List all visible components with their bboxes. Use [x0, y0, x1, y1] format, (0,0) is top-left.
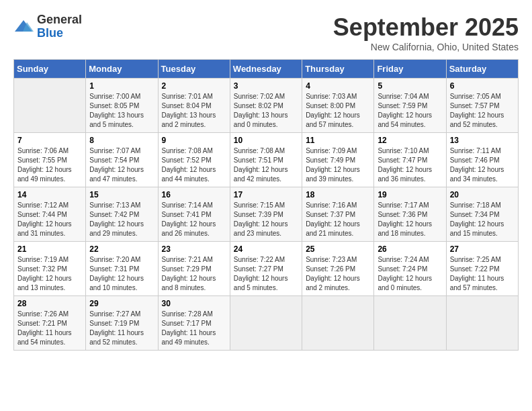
- day-number: 18: [306, 190, 370, 199]
- day-info: Sunrise: 7:02 AMSunset: 8:02 PMDaylight:…: [234, 92, 298, 130]
- day-info: Sunrise: 7:17 AMSunset: 7:36 PMDaylight:…: [378, 201, 442, 238]
- calendar-cell: 24Sunrise: 7:22 AMSunset: 7:27 PMDayligh…: [230, 242, 302, 296]
- calendar-cell: 15Sunrise: 7:13 AMSunset: 7:42 PMDayligh…: [86, 187, 158, 242]
- day-number: 2: [162, 81, 226, 91]
- calendar-cell: 11Sunrise: 7:09 AMSunset: 7:49 PMDayligh…: [302, 133, 374, 187]
- day-info: Sunrise: 7:24 AMSunset: 7:24 PMDaylight:…: [378, 255, 442, 293]
- logo-icon: [13, 17, 34, 37]
- calendar-cell: 21Sunrise: 7:19 AMSunset: 7:32 PMDayligh…: [14, 242, 86, 296]
- day-info: Sunrise: 7:27 AMSunset: 7:19 PMDaylight:…: [89, 310, 154, 347]
- day-number: 17: [234, 190, 298, 199]
- day-number: 11: [306, 136, 370, 145]
- day-number: 23: [162, 244, 226, 254]
- calendar-cell: 13Sunrise: 7:11 AMSunset: 7:46 PMDayligh…: [446, 133, 518, 187]
- calendar-row: 14Sunrise: 7:12 AMSunset: 7:44 PMDayligh…: [14, 187, 519, 242]
- calendar-cell: 20Sunrise: 7:18 AMSunset: 7:34 PMDayligh…: [446, 187, 518, 242]
- day-info: Sunrise: 7:16 AMSunset: 7:37 PMDaylight:…: [306, 201, 370, 238]
- day-number: 4: [306, 81, 370, 91]
- header-day: Monday: [86, 60, 158, 79]
- calendar-cell: 10Sunrise: 7:08 AMSunset: 7:51 PMDayligh…: [230, 133, 302, 187]
- day-number: 10: [234, 136, 298, 145]
- calendar-cell: [230, 296, 302, 351]
- day-info: Sunrise: 7:05 AMSunset: 7:57 PMDaylight:…: [450, 92, 515, 130]
- calendar-cell: 27Sunrise: 7:25 AMSunset: 7:22 PMDayligh…: [446, 242, 518, 296]
- day-info: Sunrise: 7:23 AMSunset: 7:26 PMDaylight:…: [306, 255, 370, 293]
- logo-blue: Blue: [37, 27, 82, 40]
- page-header: General Blue September 2025 New Californ…: [13, 13, 519, 52]
- calendar-cell: [374, 296, 446, 351]
- logo: General Blue: [13, 13, 82, 40]
- day-number: 13: [450, 136, 515, 145]
- day-info: Sunrise: 7:28 AMSunset: 7:17 PMDaylight:…: [162, 310, 226, 347]
- calendar-row: 21Sunrise: 7:19 AMSunset: 7:32 PMDayligh…: [14, 242, 519, 296]
- day-info: Sunrise: 7:15 AMSunset: 7:39 PMDaylight:…: [234, 201, 298, 238]
- day-number: 9: [162, 136, 226, 145]
- day-number: 29: [89, 299, 154, 308]
- calendar-row: 7Sunrise: 7:06 AMSunset: 7:55 PMDaylight…: [14, 133, 519, 187]
- calendar-cell: 7Sunrise: 7:06 AMSunset: 7:55 PMDaylight…: [14, 133, 86, 187]
- calendar-cell: 5Sunrise: 7:04 AMSunset: 7:59 PMDaylight…: [374, 79, 446, 133]
- day-info: Sunrise: 7:11 AMSunset: 7:46 PMDaylight:…: [450, 146, 515, 184]
- day-number: 15: [89, 190, 154, 199]
- calendar-cell: 23Sunrise: 7:21 AMSunset: 7:29 PMDayligh…: [158, 242, 230, 296]
- title-block: September 2025 New California, Ohio, Uni…: [333, 13, 519, 52]
- header-day: Saturday: [446, 60, 518, 79]
- calendar-header: SundayMondayTuesdayWednesdayThursdayFrid…: [14, 60, 519, 79]
- day-info: Sunrise: 7:14 AMSunset: 7:41 PMDaylight:…: [162, 201, 226, 238]
- day-number: 5: [378, 81, 442, 91]
- header-day: Wednesday: [230, 60, 302, 79]
- calendar-row: 1Sunrise: 7:00 AMSunset: 8:05 PMDaylight…: [14, 79, 519, 133]
- header-day: Friday: [374, 60, 446, 79]
- day-info: Sunrise: 7:03 AMSunset: 8:00 PMDaylight:…: [306, 92, 370, 130]
- day-info: Sunrise: 7:22 AMSunset: 7:27 PMDaylight:…: [234, 255, 298, 293]
- day-number: 27: [450, 244, 515, 254]
- header-day: Thursday: [302, 60, 374, 79]
- day-number: 6: [450, 81, 515, 91]
- day-number: 16: [162, 190, 226, 199]
- day-info: Sunrise: 7:19 AMSunset: 7:32 PMDaylight:…: [17, 255, 82, 293]
- calendar-cell: 29Sunrise: 7:27 AMSunset: 7:19 PMDayligh…: [86, 296, 158, 351]
- calendar-cell: 19Sunrise: 7:17 AMSunset: 7:36 PMDayligh…: [374, 187, 446, 242]
- day-number: 28: [17, 299, 82, 308]
- calendar-cell: 22Sunrise: 7:20 AMSunset: 7:31 PMDayligh…: [86, 242, 158, 296]
- calendar-body: 1Sunrise: 7:00 AMSunset: 8:05 PMDaylight…: [14, 79, 519, 351]
- day-number: 22: [89, 244, 154, 254]
- calendar-cell: 25Sunrise: 7:23 AMSunset: 7:26 PMDayligh…: [302, 242, 374, 296]
- calendar-cell: 4Sunrise: 7:03 AMSunset: 8:00 PMDaylight…: [302, 79, 374, 133]
- day-info: Sunrise: 7:20 AMSunset: 7:31 PMDaylight:…: [89, 255, 154, 293]
- day-info: Sunrise: 7:10 AMSunset: 7:47 PMDaylight:…: [378, 146, 442, 184]
- day-info: Sunrise: 7:09 AMSunset: 7:49 PMDaylight:…: [306, 146, 370, 184]
- month-title: September 2025: [333, 13, 519, 42]
- day-number: 26: [378, 244, 442, 254]
- day-info: Sunrise: 7:21 AMSunset: 7:29 PMDaylight:…: [162, 255, 226, 293]
- day-info: Sunrise: 7:06 AMSunset: 7:55 PMDaylight:…: [17, 146, 82, 184]
- calendar-cell: [446, 296, 518, 351]
- day-info: Sunrise: 7:04 AMSunset: 7:59 PMDaylight:…: [378, 92, 442, 130]
- calendar-cell: 12Sunrise: 7:10 AMSunset: 7:47 PMDayligh…: [374, 133, 446, 187]
- logo-text: General Blue: [37, 13, 82, 40]
- calendar-cell: [302, 296, 374, 351]
- day-number: 8: [89, 136, 154, 145]
- day-info: Sunrise: 7:07 AMSunset: 7:54 PMDaylight:…: [89, 146, 154, 184]
- day-info: Sunrise: 7:13 AMSunset: 7:42 PMDaylight:…: [89, 201, 154, 238]
- calendar-cell: 2Sunrise: 7:01 AMSunset: 8:04 PMDaylight…: [158, 79, 230, 133]
- calendar-row: 28Sunrise: 7:26 AMSunset: 7:21 PMDayligh…: [14, 296, 519, 351]
- day-number: 21: [17, 244, 82, 254]
- day-number: 25: [306, 244, 370, 254]
- calendar-cell: 30Sunrise: 7:28 AMSunset: 7:17 PMDayligh…: [158, 296, 230, 351]
- calendar-table: SundayMondayTuesdayWednesdayThursdayFrid…: [13, 59, 519, 351]
- day-info: Sunrise: 7:08 AMSunset: 7:52 PMDaylight:…: [162, 146, 226, 184]
- day-number: 12: [378, 136, 442, 145]
- calendar-cell: 8Sunrise: 7:07 AMSunset: 7:54 PMDaylight…: [86, 133, 158, 187]
- calendar-cell: 9Sunrise: 7:08 AMSunset: 7:52 PMDaylight…: [158, 133, 230, 187]
- calendar-cell: 1Sunrise: 7:00 AMSunset: 8:05 PMDaylight…: [86, 79, 158, 133]
- calendar-cell: 28Sunrise: 7:26 AMSunset: 7:21 PMDayligh…: [14, 296, 86, 351]
- day-info: Sunrise: 7:12 AMSunset: 7:44 PMDaylight:…: [17, 201, 82, 238]
- header-day: Tuesday: [158, 60, 230, 79]
- day-number: 3: [234, 81, 298, 91]
- day-info: Sunrise: 7:18 AMSunset: 7:34 PMDaylight:…: [450, 201, 515, 238]
- day-number: 20: [450, 190, 515, 199]
- location: New California, Ohio, United States: [333, 42, 519, 52]
- calendar-cell: 6Sunrise: 7:05 AMSunset: 7:57 PMDaylight…: [446, 79, 518, 133]
- calendar-cell: 3Sunrise: 7:02 AMSunset: 8:02 PMDaylight…: [230, 79, 302, 133]
